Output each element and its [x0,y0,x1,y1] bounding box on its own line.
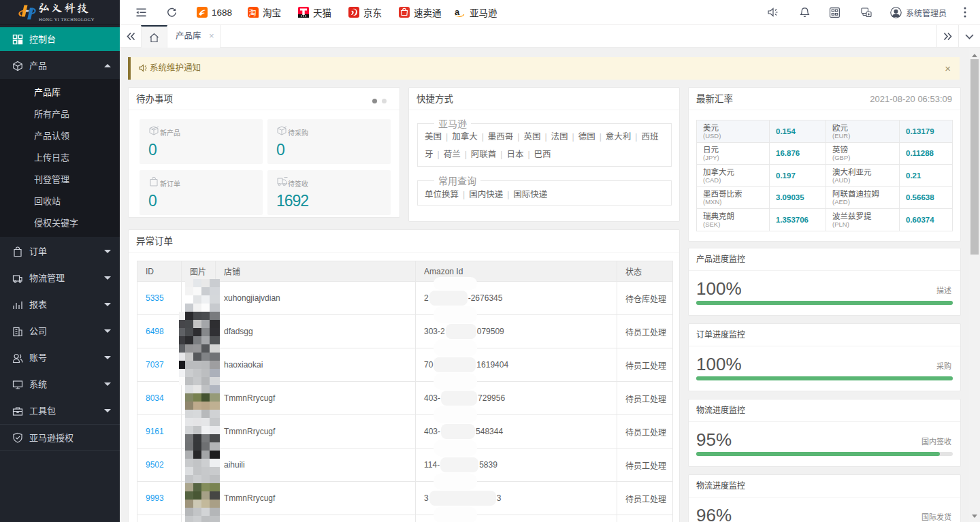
svg-text:a: a [455,7,460,17]
